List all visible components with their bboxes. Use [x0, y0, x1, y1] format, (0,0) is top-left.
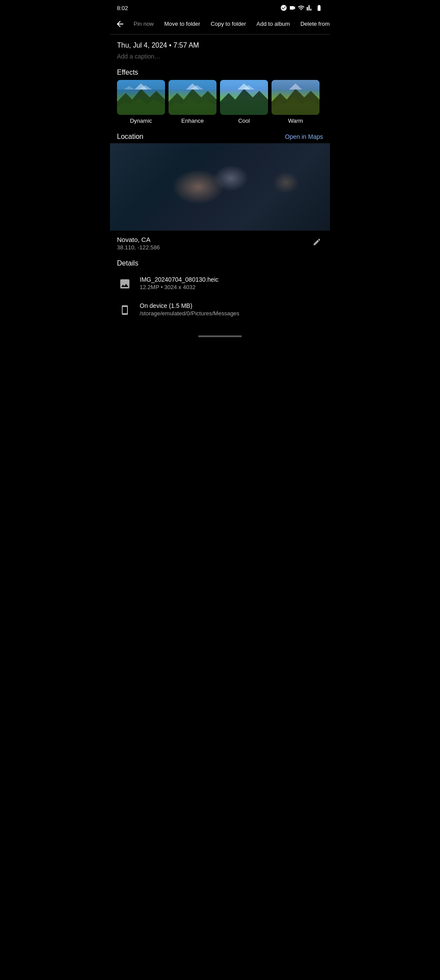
effect-enhance-label: Enhance [181, 117, 203, 124]
status-icons [280, 4, 323, 11]
effect-cool[interactable]: Cool [220, 80, 268, 124]
storage-label: On device (1.5 MB) [140, 302, 239, 309]
status-bar: 8:02 [110, 0, 330, 14]
open-maps-button[interactable]: Open in Maps [285, 133, 323, 140]
delete-from-device-button[interactable]: Delete from device [295, 17, 330, 31]
file-info: IMG_20240704_080130.heic 12.2MP • 3024 x… [140, 276, 219, 290]
effect-warm[interactable]: Warm [272, 80, 320, 124]
map-blur-2 [213, 165, 248, 191]
signal-icon [306, 4, 313, 11]
date-section: Thu, Jul 4, 2024 • 7:57 AM Add a caption… [110, 35, 330, 63]
storage-path: /storage/emulated/0/Pictures/Messages [140, 310, 239, 317]
effects-section: Effects Dynamic [110, 63, 330, 129]
wifi-icon [298, 4, 305, 11]
file-detail: IMG_20240704_080130.heic 12.2MP • 3024 x… [117, 271, 323, 297]
effect-cool-label: Cool [238, 117, 250, 124]
storage-info: On device (1.5 MB) /storage/emulated/0/P… [140, 302, 239, 317]
effects-row: Dynamic Enhance [110, 80, 330, 129]
effects-title: Effects [110, 63, 330, 80]
image-icon [117, 276, 133, 292]
phone-icon [117, 302, 133, 318]
edit-location-button[interactable] [311, 236, 323, 250]
effect-enhance[interactable]: Enhance [168, 80, 217, 124]
date-text: Thu, Jul 4, 2024 • 7:57 AM [117, 41, 323, 49]
effect-warm-label: Warm [288, 117, 303, 124]
storage-detail: On device (1.5 MB) /storage/emulated/0/P… [117, 297, 323, 323]
location-coords: 38.110, -122.586 [117, 244, 160, 251]
location-info: Novato, CA 38.110, -122.586 [110, 231, 330, 254]
back-button[interactable] [112, 16, 128, 32]
location-section: Location Open in Maps Novato, CA 38.110,… [110, 129, 330, 254]
effect-dynamic[interactable]: Dynamic [117, 80, 165, 124]
add-to-album-button[interactable]: Add to album [251, 17, 296, 31]
details-title: Details [117, 259, 323, 271]
file-meta: 12.2MP • 3024 x 4032 [140, 284, 219, 290]
screen-record-icon [289, 4, 296, 11]
home-bar [198, 335, 242, 337]
caption-input[interactable]: Add a caption… [117, 53, 323, 60]
location-title: Location [117, 133, 144, 141]
location-header: Location Open in Maps [110, 129, 330, 143]
battery-icon [315, 4, 323, 11]
location-text: Novato, CA 38.110, -122.586 [117, 236, 160, 251]
pin-now-button[interactable]: Pin now [128, 17, 159, 31]
location-city: Novato, CA [117, 236, 160, 243]
file-name: IMG_20240704_080130.heic [140, 276, 219, 283]
map-view[interactable] [110, 143, 330, 231]
copy-to-folder-button[interactable]: Copy to folder [206, 17, 251, 31]
map-blur-3 [273, 172, 299, 193]
action-bar: Pin now Move to folder Copy to folder Ad… [110, 14, 330, 35]
status-time: 8:02 [117, 5, 128, 11]
details-section: Details IMG_20240704_080130.heic 12.2MP … [110, 254, 330, 328]
move-to-folder-button[interactable]: Move to folder [159, 17, 205, 31]
home-indicator [110, 328, 330, 341]
check-circle-icon [280, 4, 287, 11]
effect-dynamic-label: Dynamic [130, 117, 152, 124]
